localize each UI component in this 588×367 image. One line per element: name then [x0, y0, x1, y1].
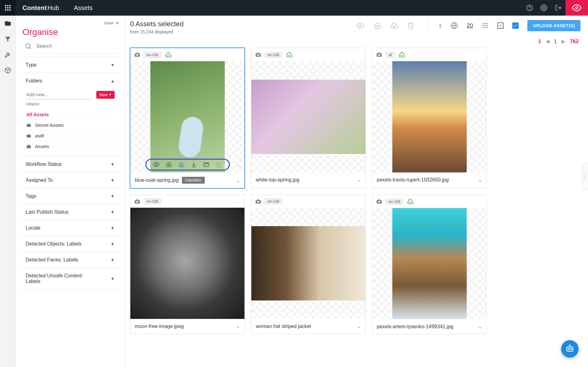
- bulk-publish-icon[interactable]: [373, 22, 381, 30]
- svg-point-48: [570, 345, 570, 346]
- new-folder-button[interactable]: New▼: [96, 91, 115, 99]
- asset-thumbnail[interactable]: [372, 61, 486, 172]
- bulk-unpublish-icon[interactable]: [390, 22, 398, 30]
- acc-locale[interactable]: Locale▼: [21, 220, 119, 236]
- sort-button[interactable]: ▲▼: [439, 23, 442, 28]
- acc-workflow[interactable]: Workflow Status▼: [21, 156, 119, 172]
- sidebar-close[interactable]: close ✕: [19, 21, 122, 25]
- svg-rect-24: [485, 23, 486, 24]
- asset-card[interactable]: af pexels-travis-rupert-1032650.jpg ⌄: [372, 48, 487, 188]
- chevron-down-icon[interactable]: ⌄: [478, 177, 482, 183]
- search-input[interactable]: [35, 42, 116, 51]
- rail-cube-icon[interactable]: [4, 66, 12, 74]
- asset-preview-icon[interactable]: [153, 161, 159, 168]
- chatbot-fab[interactable]: [561, 340, 579, 358]
- chevron-down-icon[interactable]: ⌄: [357, 177, 361, 183]
- asset-edit-icon[interactable]: [203, 161, 209, 168]
- pager-prev[interactable]: ◀: [545, 38, 550, 45]
- folder-row[interactable]: asdf: [26, 131, 115, 141]
- logout-icon[interactable]: [551, 0, 565, 16]
- brand-bold: Content: [23, 4, 47, 12]
- close-label: close: [104, 21, 113, 25]
- folder-row[interactable]: Secret Assets: [26, 120, 115, 131]
- asset-thumbnail[interactable]: ⋯: [130, 61, 244, 172]
- sidebar: close ✕ Organise Type▼ Folders▲ New▼ col…: [16, 16, 125, 367]
- acc-last-publish[interactable]: Last Publish Status▼: [21, 204, 119, 220]
- asset-download-icon[interactable]: [191, 161, 197, 168]
- asset-card[interactable]: en-GB pexels-artem-lysenko-1499341.jpg ⌄: [372, 195, 487, 334]
- svg-rect-6: [5, 9, 6, 11]
- svg-rect-26: [483, 25, 484, 26]
- asset-delete-icon[interactable]: [216, 161, 222, 168]
- preview-button[interactable]: [565, 0, 588, 16]
- pager-next[interactable]: ▶: [561, 38, 565, 45]
- acc-objects[interactable]: Detected Objects: Labels▼: [21, 236, 119, 252]
- asset-unpublish-icon[interactable]: [178, 161, 184, 168]
- chevron-down-icon[interactable]: ⌄: [236, 323, 240, 329]
- svg-rect-29: [483, 27, 484, 28]
- asset-card[interactable]: en-GB white-top-spring.jpg ⌄: [251, 48, 366, 188]
- select-page-checkbox[interactable]: [497, 22, 504, 29]
- folder-label: asdf: [35, 133, 44, 138]
- locale-badge: en-GB: [264, 198, 283, 205]
- asset-thumbnail[interactable]: [251, 208, 365, 319]
- select-all-checkbox[interactable]: [512, 22, 519, 29]
- rail-tools-icon[interactable]: [4, 51, 12, 59]
- side-drawer-handle[interactable]: ⋮: [582, 162, 588, 190]
- acc-unsafe[interactable]: Detected Unsafe Content: Labels▼: [21, 268, 119, 289]
- acc-tags[interactable]: Tags▼: [21, 188, 119, 204]
- settings-icon[interactable]: [537, 0, 551, 16]
- toolbar-icons: ▲▼ 20 UPLOAD ASSET(S): [356, 20, 580, 31]
- folder-all-assets[interactable]: All Assets: [26, 109, 115, 120]
- chevron-down-icon[interactable]: ⌄: [478, 324, 482, 330]
- acc-type[interactable]: Type▼: [21, 57, 119, 73]
- svg-point-11: [543, 7, 545, 9]
- selected-count: 0 Assets selected: [130, 20, 183, 28]
- cloud-check-icon: [286, 51, 293, 58]
- asset-card[interactable]: en-GB moon-free-image.jpeg ⌄: [130, 195, 245, 334]
- asset-card[interactable]: en-GB ⋯: [130, 48, 245, 188]
- chevron-down-icon[interactable]: ⌄: [236, 177, 240, 183]
- chevron-down-icon[interactable]: ⌄: [357, 323, 361, 329]
- asset-thumbnail[interactable]: [130, 208, 244, 319]
- svg-point-17: [359, 25, 362, 27]
- acc-objects-label: Detected Objects: Labels: [26, 241, 82, 247]
- asset-card[interactable]: en-GB woman hat striped jacket ⌄: [251, 195, 366, 334]
- from-count: from 15,234 displayed: [130, 29, 183, 34]
- apps-menu-button[interactable]: [0, 0, 16, 16]
- grid-view-icon[interactable]: [482, 22, 489, 29]
- pager-first: 1: [538, 38, 541, 45]
- camera-icon: [255, 198, 261, 205]
- asset-thumbnail[interactable]: [372, 208, 486, 319]
- rail-folder-icon[interactable]: [4, 19, 12, 27]
- bulk-preview-icon[interactable]: [356, 22, 364, 30]
- acc-folders[interactable]: Folders▲: [21, 73, 119, 89]
- more-dots-icon[interactable]: ⋯: [236, 162, 243, 169]
- bulk-delete-icon[interactable]: [407, 22, 415, 29]
- svg-rect-28: [487, 25, 488, 26]
- add-folder-input[interactable]: [26, 90, 93, 99]
- svg-point-39: [257, 54, 259, 56]
- svg-rect-25: [487, 23, 488, 24]
- asset-thumbnail[interactable]: [251, 61, 365, 172]
- grid-scroll[interactable]: en-GB ⋯: [125, 46, 588, 367]
- locale-globe-icon[interactable]: [450, 22, 458, 29]
- asset-filename: blue-coat-spring.jpg: [135, 177, 179, 183]
- help-icon[interactable]: [522, 0, 537, 16]
- upload-button[interactable]: UPLOAD ASSET(S): [527, 20, 580, 31]
- pager-current: 1: [554, 38, 557, 45]
- page-size[interactable]: 20: [467, 22, 473, 29]
- acc-assigned[interactable]: Assigned To▼: [21, 172, 119, 188]
- acc-faces[interactable]: Detected Faces: Labels▼: [21, 252, 119, 268]
- svg-rect-30: [485, 27, 486, 28]
- chevron-down-icon: ▼: [110, 226, 115, 231]
- collapse-link[interactable]: collapse: [26, 102, 115, 106]
- asset-filename: moon-free-image.jpeg: [135, 324, 184, 329]
- rail-filter-icon[interactable]: [4, 35, 12, 43]
- pager: 1 ◀ 1 ▶ 762: [125, 37, 588, 46]
- asset-filename: woman hat striped jacket: [256, 324, 311, 329]
- folder-row[interactable]: Assets: [26, 141, 115, 152]
- asset-filename: pexels-travis-rupert-1032650.jpg: [377, 177, 449, 183]
- asset-publish-icon[interactable]: [166, 161, 172, 168]
- acc-last-publish-label: Last Publish Status: [26, 209, 68, 215]
